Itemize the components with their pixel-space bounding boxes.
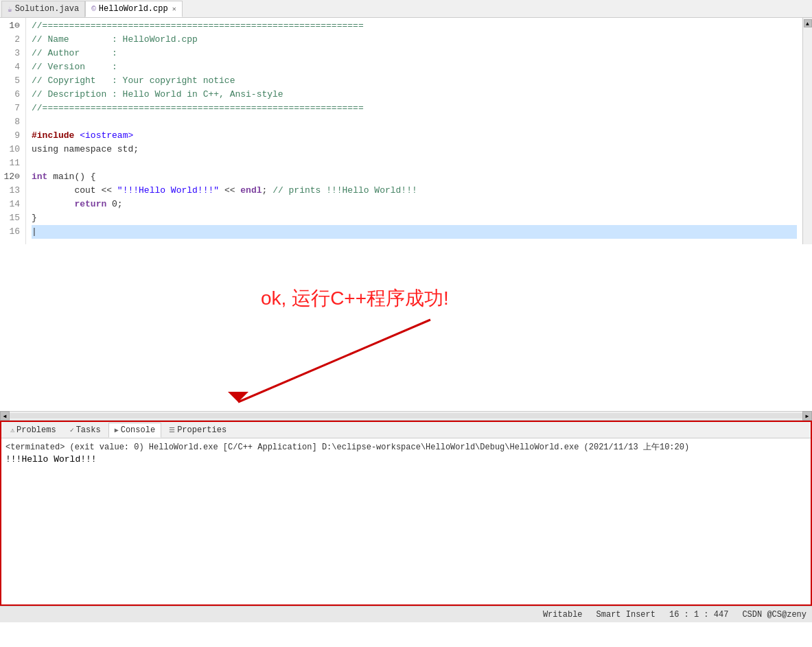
line-number-12: 12⊖ bbox=[3, 170, 20, 184]
code-editor[interactable]: //======================================… bbox=[26, 18, 802, 244]
code-line-8 bbox=[32, 115, 797, 129]
line-number-1: 1⊖ bbox=[3, 19, 20, 33]
hscroll-right-button[interactable]: ▶ bbox=[802, 411, 812, 421]
tab-helloworld-label: HelloWorld.cpp bbox=[99, 4, 168, 14]
line-number-10: 10 bbox=[3, 143, 20, 156]
svg-marker-1 bbox=[228, 392, 248, 402]
line-number-13: 13 bbox=[3, 184, 20, 198]
properties-tab-icon: ☰ bbox=[169, 426, 175, 434]
hscroll-left-button[interactable]: ◀ bbox=[0, 411, 10, 421]
scroll-up-button[interactable]: ▲ bbox=[804, 19, 812, 27]
problems-tab-icon: ⚠ bbox=[10, 426, 14, 434]
code-line-11 bbox=[32, 156, 797, 170]
tab-solution[interactable]: ☕ Solution.java bbox=[1, 1, 85, 17]
bottom-panel: ⚠Problems✓Tasks▶Console☰Properties <term… bbox=[0, 421, 812, 606]
console-output-text: !!!Hello World!!! bbox=[5, 454, 807, 464]
tasks-tab-icon: ✓ bbox=[70, 426, 74, 434]
console-output-area: <terminated> (exit value: 0) HelloWorld.… bbox=[1, 438, 811, 604]
bottom-tab-console[interactable]: ▶Console bbox=[108, 423, 161, 438]
tab-helloworld[interactable]: © HelloWorld.cpp ✕ bbox=[85, 1, 182, 17]
editor-area: 1⊖23456789101112⊖13141516 //============… bbox=[0, 18, 812, 244]
line-number-9: 9 bbox=[3, 129, 20, 143]
line-number-14: 14 bbox=[3, 198, 20, 211]
tab-solution-label: Solution.java bbox=[15, 4, 80, 14]
code-line-4: // Version : bbox=[32, 60, 797, 74]
code-line-15: } bbox=[32, 211, 797, 225]
line-number-7: 7 bbox=[3, 102, 20, 115]
bottom-tab-problems[interactable]: ⚠Problems bbox=[4, 423, 62, 438]
line-number-8: 8 bbox=[3, 115, 20, 129]
code-line-5: // Copyright : Your copyright notice bbox=[32, 74, 797, 88]
java-icon: ☕ bbox=[8, 5, 12, 14]
code-line-6: // Description : Hello World in C++, Ans… bbox=[32, 88, 797, 102]
line-number-4: 4 bbox=[3, 60, 20, 74]
line-number-16: 16 bbox=[3, 225, 20, 239]
tasks-tab-label: Tasks bbox=[76, 425, 101, 435]
editor-scrollbar[interactable]: ▲ bbox=[802, 18, 812, 244]
code-line-2: // Name : HelloWorld.cpp bbox=[32, 33, 797, 47]
console-header: <terminated> (exit value: 0) HelloWorld.… bbox=[5, 441, 807, 453]
annotation-area: ok, 运行C++程序成功! bbox=[0, 244, 812, 411]
bottom-tab-properties[interactable]: ☰Properties bbox=[163, 423, 233, 438]
line-number-2: 2 bbox=[3, 33, 20, 47]
code-line-7: //======================================… bbox=[32, 102, 797, 115]
line-numbers: 1⊖23456789101112⊖13141516 bbox=[0, 18, 26, 244]
ok-annotation-text: ok, 运行C++程序成功! bbox=[261, 285, 449, 311]
code-line-12: int main() { bbox=[32, 170, 797, 184]
console-tab-icon: ▶ bbox=[115, 426, 119, 434]
code-line-13: cout << "!!!Hello World!!!" << endl; // … bbox=[32, 184, 797, 198]
code-line-3: // Author : bbox=[32, 47, 797, 60]
cpp-icon: © bbox=[91, 5, 96, 13]
status-bar: Writable Smart Insert 16 : 1 : 447 CSDN … bbox=[0, 606, 812, 622]
bottom-tab-tasks[interactable]: ✓Tasks bbox=[64, 423, 107, 438]
tab-bar: ☕ Solution.java © HelloWorld.cpp ✕ bbox=[0, 0, 812, 18]
line-number-11: 11 bbox=[3, 156, 20, 170]
problems-tab-label: Problems bbox=[16, 425, 56, 435]
line-number-15: 15 bbox=[3, 211, 20, 225]
code-line-16: | bbox=[32, 225, 797, 239]
line-number-5: 5 bbox=[3, 74, 20, 88]
hscroll-track[interactable] bbox=[10, 413, 802, 419]
code-line-14: return 0; bbox=[32, 198, 797, 211]
line-number-6: 6 bbox=[3, 88, 20, 102]
svg-line-0 bbox=[238, 320, 430, 402]
code-line-10: using namespace std; bbox=[32, 143, 797, 156]
code-line-9: #include <iostream> bbox=[32, 129, 797, 143]
arrow-svg bbox=[0, 244, 812, 411]
status-writable: Writable bbox=[543, 610, 583, 620]
status-insert-mode: Smart Insert bbox=[596, 610, 656, 620]
bottom-tab-bar: ⚠Problems✓Tasks▶Console☰Properties bbox=[1, 422, 811, 438]
code-line-1: //======================================… bbox=[32, 19, 797, 33]
line-number-3: 3 bbox=[3, 47, 20, 60]
properties-tab-label: Properties bbox=[177, 425, 227, 435]
hscroll-bar: ◀ ▶ bbox=[0, 411, 812, 421]
close-tab-icon[interactable]: ✕ bbox=[172, 5, 176, 13]
status-position: 16 : 1 : 447 bbox=[669, 610, 728, 620]
console-tab-label: Console bbox=[121, 425, 155, 435]
status-brand: CSDN @CS@zeny bbox=[742, 610, 807, 620]
